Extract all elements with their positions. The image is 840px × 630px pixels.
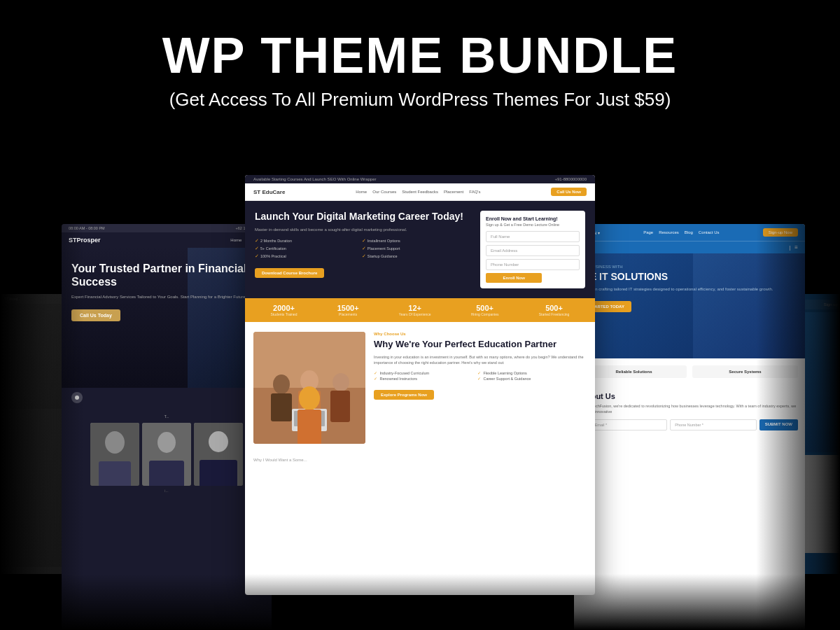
- screenshot-itsolutions: 🌐 EN ▾ Page Resources Blog Contact Us Si…: [574, 224, 805, 630]
- svg-rect-5: [149, 461, 184, 486]
- itsol-hero-subtitle: UR BUSINESS WITH: [582, 265, 797, 269]
- educare-stat-0: 2000+ Students Trained: [271, 304, 298, 316]
- stprosper-cta-btn[interactable]: Call Us Today: [71, 309, 120, 321]
- educare-form-title: Enroll Now and Start Learning!: [486, 216, 580, 221]
- educare-bottom-partial: Why I Would Want a Some...: [245, 454, 595, 466]
- person-photo-3: [194, 423, 243, 486]
- screenshot-stprosper: 08:00 AM - 08:00 PM +62 123 456 789 STPr…: [62, 224, 272, 630]
- menu-icon: ≡: [794, 244, 798, 251]
- educare-stat-4: 500+ Started Freelancing: [539, 304, 570, 316]
- itsol-secure-systems: Secure Systems: [692, 365, 798, 378]
- educare-topbar-phone: +91-8800000000: [554, 177, 587, 181]
- screenshot-educare: Available Starting Courses And Launch SE…: [245, 175, 595, 595]
- educare-nav-cta[interactable]: Call Us Now: [551, 188, 587, 196]
- svg-rect-2: [99, 461, 131, 486]
- svg-point-11: [273, 374, 290, 394]
- itsol-submit-btn[interactable]: SUBMIT NOW: [760, 419, 798, 430]
- educare-hero-subtitle: Master in-demand skills and become a sou…: [255, 227, 473, 232]
- educare-email-input[interactable]: Email Address: [486, 245, 580, 256]
- educare-stat-3: 500+ Hiring Companies: [471, 304, 499, 316]
- educare-fullname-input[interactable]: Full Name: [486, 231, 580, 242]
- educare-form: Enroll Now and Start Learning! Sign up &…: [480, 211, 585, 288]
- svg-rect-8: [200, 460, 237, 486]
- educare-topbar: Available Starting Courses And Launch SE…: [245, 175, 595, 183]
- person-photo-2: [142, 423, 191, 486]
- svg-rect-16: [330, 391, 350, 422]
- svg-rect-12: [271, 393, 292, 421]
- educare-nav-links: Home Our Courses Student Feedbacks Place…: [356, 190, 480, 194]
- svg-point-7: [209, 431, 228, 452]
- svg-point-4: [158, 432, 176, 453]
- educare-enroll-btn[interactable]: Enroll Now: [486, 273, 542, 283]
- stprosper-hours: 08:00 AM - 08:00 PM: [69, 226, 105, 230]
- educare-download-btn[interactable]: Download Course Brochure: [255, 268, 324, 278]
- educare-section2-text: Investing in your education is an invest…: [374, 354, 587, 366]
- itsol-contact-form: Your Email * Phone Number * SUBMIT NOW: [581, 419, 798, 430]
- header-subtitle: (Get Access To All Premium WordPress The…: [14, 89, 826, 111]
- itsol-hero-text: alizes in crafting tailored IT strategie…: [582, 286, 797, 293]
- stprosper-logo: STProsper: [69, 237, 101, 244]
- page-title: WP THEME BUNDLE: [14, 28, 826, 83]
- educare-logo: ST EduCare: [253, 189, 285, 195]
- itsol-phone-input[interactable]: Phone Number *: [670, 419, 756, 430]
- educare-explore-btn[interactable]: Explore Programs Now: [374, 390, 434, 400]
- itsol-signup-btn[interactable]: Sign-up Now: [763, 228, 798, 237]
- svg-point-19: [299, 386, 320, 410]
- educare-features-list: ✓2 Months Duration ✓Installment Options …: [255, 238, 473, 259]
- itsol-hero: UR BUSINESS WITH GE IT SOLUTIONS alizes …: [574, 253, 805, 358]
- screenshots-area: STWood... Home A... 08:00 AM - 08:00 PM …: [0, 154, 840, 630]
- stprosper-hero-title: Your Trusted Partner in Financial Succes…: [71, 262, 262, 288]
- educare-nav: ST EduCare Home Our Courses Student Feed…: [245, 183, 595, 201]
- stprosper-nav: STProsper Home About Us: [62, 232, 272, 248]
- educare-stat-1: 1500+ Placements: [337, 304, 359, 316]
- stprosper-hero-text: Expert Financial Advisory Services Tailo…: [71, 294, 262, 300]
- educare-section2-title: Why We're Your Perfect Education Partner: [374, 339, 587, 350]
- educare-section2-features: ✓ Industry-Focused Curriculum ✓ Flexible…: [374, 371, 587, 381]
- educare-topbar-text: Available Starting Courses And Launch SE…: [253, 177, 377, 181]
- educare-hero-title: Launch Your Digital Marketing Career Tod…: [255, 211, 473, 223]
- itsol-hero-title: GE IT SOLUTIONS: [582, 271, 797, 282]
- itsol-about-title: About Us: [581, 392, 798, 400]
- itsol-nav: 🌐 EN ▾ Page Resources Blog Contact Us Si…: [574, 224, 805, 241]
- stprosper-topbar: 08:00 AM - 08:00 PM +62 123 456 789: [62, 224, 272, 232]
- educare-hero: Launch Your Digital Marketing Career Tod…: [245, 201, 595, 298]
- educare-section2-content: Why Choose Us Why We're Your Perfect Edu…: [374, 332, 587, 444]
- far-right-signin: Sign up: [824, 302, 838, 307]
- stprosper-faces-section: T...: [62, 407, 272, 547]
- educare-stats-bar: 2000+ Students Trained 1500+ Placements …: [245, 298, 595, 322]
- itsol-about-text: At ST TechFusion, we're dedicated to rev…: [581, 403, 798, 415]
- educare-section2: Why Choose Us Why We're Your Perfect Edu…: [245, 322, 595, 454]
- educare-phone-input[interactable]: Phone Number: [486, 259, 580, 270]
- person-photo-1: [90, 423, 139, 486]
- svg-point-15: [332, 373, 349, 391]
- stprosper-hero: Your Trusted Partner in Financial Succes…: [62, 248, 272, 388]
- itsol-secondary-nav: | ≡: [574, 241, 805, 253]
- educare-section2-tag: Why Choose Us: [374, 332, 587, 336]
- svg-rect-20: [298, 410, 321, 444]
- itsol-navlinks: Page Resources Blog Contact Us: [643, 230, 719, 234]
- educare-section2-image: [253, 332, 365, 444]
- itsol-about-form: About Us At ST TechFusion, we're dedicat…: [574, 385, 805, 440]
- header: WP THEME BUNDLE (Get Access To All Premi…: [0, 0, 840, 125]
- educare-stat-2: 12+ Years Of Experience: [399, 304, 431, 316]
- divider-icon: |: [789, 244, 790, 251]
- educare-form-subtitle: Sign up & Get a Free Demo Lecture Online: [486, 223, 580, 227]
- itsol-solutions: Reliable Solutions Secure Systems: [574, 358, 805, 385]
- svg-point-1: [105, 431, 125, 454]
- itsol-reliable-solutions: Reliable Solutions: [581, 365, 687, 378]
